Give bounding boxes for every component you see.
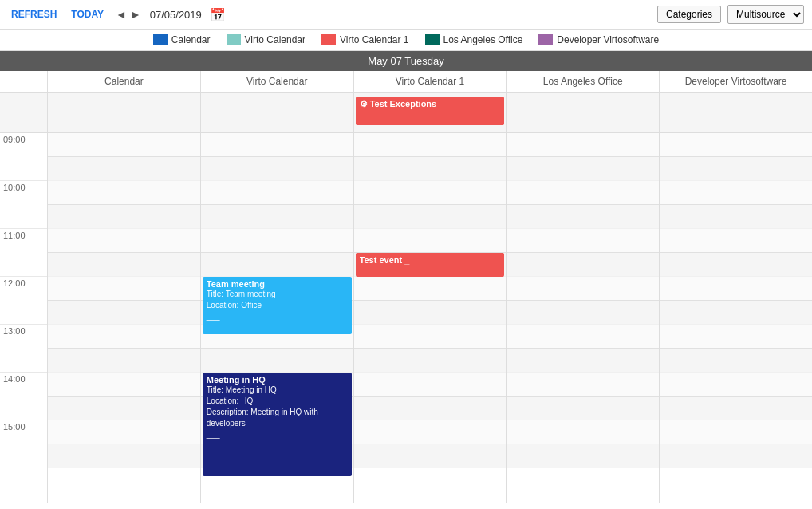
col-header-dev: Developer Virtosoftware xyxy=(660,71,812,92)
today-button[interactable]: TODAY xyxy=(68,7,107,22)
calendar-col-2: Test event _ xyxy=(354,133,507,503)
legend-item: Virto Calendar 1 xyxy=(321,34,409,45)
grid-cell xyxy=(201,133,353,157)
legend-color-box xyxy=(425,34,440,45)
allday-col-3 xyxy=(507,93,660,132)
grid-cell xyxy=(660,420,812,444)
grid-cell xyxy=(507,181,659,205)
refresh-button[interactable]: REFRESH xyxy=(8,7,60,22)
categories-button[interactable]: Categories xyxy=(657,6,721,23)
legend-item: Developer Virtosoftware xyxy=(538,34,659,45)
grid-cell xyxy=(660,253,812,277)
legend-label: Developer Virtosoftware xyxy=(557,34,659,45)
grid-cell xyxy=(660,205,812,229)
event-detail-loc: Location: Office xyxy=(207,300,348,311)
grid-cell xyxy=(660,157,812,181)
next-button[interactable]: ► xyxy=(129,8,142,21)
test-exceptions-event[interactable]: ⚙ Test Exceptions xyxy=(356,97,505,125)
event-title: ⚙ Test Exceptions xyxy=(360,99,501,109)
legend-label: Calendar xyxy=(171,34,211,45)
grid-cell xyxy=(48,253,200,277)
grid-cell xyxy=(201,157,353,181)
grid-cell xyxy=(660,301,812,325)
calendar-col-4 xyxy=(660,133,812,503)
allday-col-1 xyxy=(201,93,354,132)
event-detail: Title: Team meeting xyxy=(207,289,348,300)
col-header-calendar: Calendar xyxy=(48,71,201,92)
grid-cell xyxy=(507,325,659,349)
col-header-la: Los Angeles Office xyxy=(507,71,660,92)
event-detail-hq-loc: Location: HQ xyxy=(207,396,348,407)
grid-cell xyxy=(201,253,353,277)
grid-cell xyxy=(660,373,812,397)
grid-cell xyxy=(201,349,353,373)
time-column: 09:00 10:00 11:00 12:00 13:00 14:00 15:0… xyxy=(0,133,48,503)
col-header-virto1: Virto Calendar 1 xyxy=(354,71,507,92)
grid-cell xyxy=(660,133,812,157)
col-header-virto: Virto Calendar xyxy=(201,71,354,92)
grid-cell xyxy=(507,349,659,373)
grid-cell xyxy=(48,157,200,181)
grid-cell xyxy=(354,373,507,397)
grid-cell xyxy=(354,349,507,373)
legend-color-box xyxy=(227,34,241,45)
allday-col-0 xyxy=(48,93,201,132)
grid-cell xyxy=(660,229,812,253)
grid-cell xyxy=(48,181,200,205)
event-title: Team meeting xyxy=(207,279,348,289)
calendar-col-3 xyxy=(507,133,660,503)
grid-cell xyxy=(354,397,507,420)
prev-button[interactable]: ◄ xyxy=(115,8,128,21)
grid-cell xyxy=(660,444,812,468)
time-slot-1400: 14:00 xyxy=(0,373,47,420)
time-gutter-header xyxy=(0,71,48,92)
calendar-icon[interactable]: 📅 xyxy=(210,7,226,22)
grid-cell xyxy=(354,181,507,205)
grid-cell xyxy=(48,349,200,373)
legend-label: Virto Calendar 1 xyxy=(340,34,409,45)
grid-cell xyxy=(507,157,659,181)
time-slot-1200: 12:00 xyxy=(0,277,47,325)
legend-label: Virto Calendar xyxy=(245,34,306,45)
grid-cell xyxy=(48,133,200,157)
legend-color-box xyxy=(153,34,168,45)
grid-cell xyxy=(507,444,659,468)
columns-area[interactable]: Team meeting Title: Team meeting Locatio… xyxy=(48,133,812,503)
legend-label: Los Angeles Office xyxy=(443,34,523,45)
grid-cell xyxy=(48,420,200,444)
grid-cell xyxy=(48,444,200,468)
time-slot-1100: 11:00 xyxy=(0,229,47,277)
team-meeting-event[interactable]: Team meeting Title: Team meeting Locatio… xyxy=(203,277,352,334)
date-display: 07/05/2019 xyxy=(150,9,202,21)
time-slot-900: 09:00 xyxy=(0,133,47,181)
allday-area: ⚙ Test Exceptions xyxy=(0,93,812,133)
grid-cell xyxy=(354,325,507,349)
legend-item: Los Angeles Office xyxy=(425,34,523,45)
event-detail-hq-more: ___ xyxy=(207,429,348,440)
allday-col-4 xyxy=(660,93,812,132)
calendar-col-1: Team meeting Title: Team meeting Locatio… xyxy=(201,133,354,503)
toolbar: REFRESH TODAY ◄ ► 07/05/2019 📅 Categorie… xyxy=(0,0,812,30)
time-slot-1500: 15:00 xyxy=(0,420,47,468)
grid-cell xyxy=(354,301,507,325)
legend-color-box xyxy=(321,34,336,45)
grid-cell xyxy=(201,229,353,253)
grid-cell xyxy=(354,420,507,444)
legend: CalendarVirto CalendarVirto Calendar 1Lo… xyxy=(0,30,812,51)
grid-cell xyxy=(48,277,200,301)
grid-cell xyxy=(660,181,812,205)
multisource-select[interactable]: Multisource xyxy=(727,5,804,24)
grid-cell xyxy=(48,325,200,349)
col-headers: Calendar Virto Calendar Virto Calendar 1… xyxy=(0,71,812,93)
grid-cell xyxy=(48,373,200,397)
grid-cell xyxy=(354,133,507,157)
grid-cell xyxy=(48,229,200,253)
grid-cell xyxy=(48,301,200,325)
grid-cell xyxy=(507,420,659,444)
meeting-hq-event[interactable]: Meeting in HQ Title: Meeting in HQ Locat… xyxy=(203,373,352,476)
time-slot-1300: 13:00 xyxy=(0,325,47,373)
test-event-event[interactable]: Test event _ xyxy=(356,253,505,277)
grid-cell xyxy=(354,277,507,301)
grid-cell xyxy=(660,277,812,301)
grid-cell xyxy=(507,397,659,420)
